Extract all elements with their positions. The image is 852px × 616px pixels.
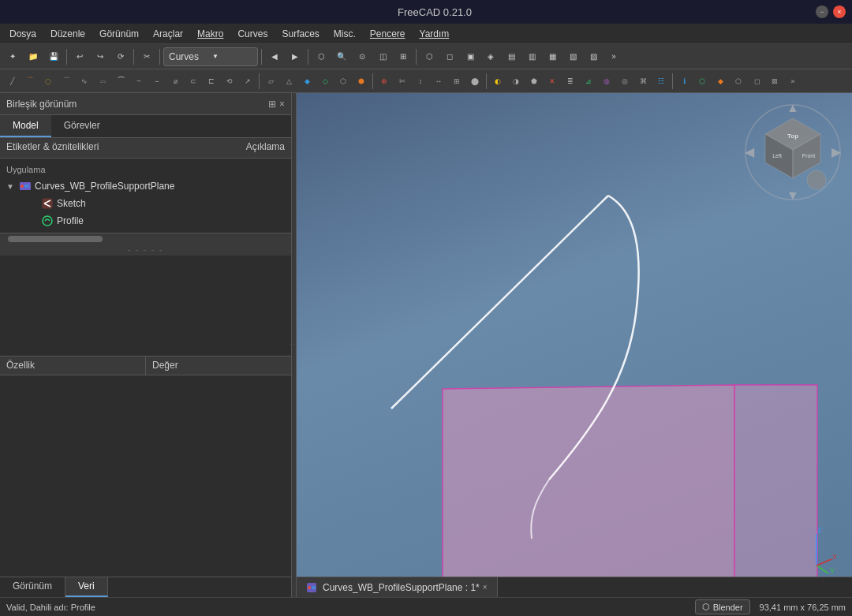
menu-pencere[interactable]: Pencere [364,27,412,41]
tree-scrollbar[interactable] [0,233,291,244]
tb2-c17[interactable]: ⬡ [730,73,747,90]
tb-3d3[interactable]: ▣ [461,47,480,66]
minimize-button[interactable]: − [816,6,828,18]
tb2-c5[interactable]: ∿ [76,73,93,90]
tree-item-sketch[interactable]: Sketch [0,195,291,212]
tb-3d8[interactable]: ▧ [563,47,582,66]
tb-view1[interactable]: ⬡ [312,47,331,66]
tb-3d1[interactable]: ⬡ [420,47,439,66]
panel-expand-icon[interactable]: ⊞ [268,99,276,110]
viewport[interactable]: ▲ ▼ ◀ ▶ Top Left Front [297,93,852,597]
tb2-c12[interactable]: ⊏ [203,73,220,90]
tb-3d4[interactable]: ◈ [481,47,500,66]
tb2-c10[interactable]: ⌀ [166,73,184,90]
tb-new-btn[interactable]: ✦ [3,47,22,66]
props-col-value: Değer [146,357,291,375]
tb2-c14[interactable]: ↗ [239,73,256,90]
tb-3d9[interactable]: ▨ [584,47,603,66]
tb2-s6[interactable]: ⬢ [353,73,370,90]
tb-redo-btn[interactable]: ↪ [91,47,110,66]
tb2-c16[interactable]: ◆ [712,73,729,90]
menu-dosya[interactable]: Dosya [3,27,43,41]
tb2-c15[interactable]: ⬡ [693,73,711,90]
tb2-b8[interactable]: ◎ [616,73,633,90]
tb-view5[interactable]: ⊞ [394,47,413,66]
viewport-tab[interactable]: Curves_WB_ProfileSupportPlane : 1* × [297,577,498,597]
tb2-a3[interactable]: ↕ [412,73,429,90]
tb-undo-btn[interactable]: ↩ [70,47,89,66]
tb-open-btn[interactable]: 📁 [24,47,43,66]
tb-view3[interactable]: ⊙ [353,47,372,66]
tb2-c1[interactable]: ╱ [3,73,21,90]
tb2-a6[interactable]: ⬤ [466,73,484,90]
tb2-c6[interactable]: ⌓ [94,73,111,90]
tb2-c8[interactable]: ⌢ [130,73,148,90]
tree-item-profile[interactable]: Profile [0,212,291,230]
tab-model[interactable]: Model [0,115,51,137]
tab-gorevler[interactable]: Görevler [51,115,113,137]
tb2-b1[interactable]: ◐ [489,73,506,90]
menu-misc[interactable]: Misc. [327,27,362,41]
tb2-c13[interactable]: ⟲ [221,73,238,90]
tb2-b10[interactable]: ☷ [652,73,670,90]
tb2-b9[interactable]: ⌘ [634,73,652,90]
tb-3d5[interactable]: ▤ [502,47,521,66]
tb2-b6[interactable]: ⊿ [580,73,597,90]
tb2-s3[interactable]: ◆ [298,73,316,90]
tb2-info[interactable]: ℹ [675,73,693,90]
tb2-b3[interactable]: ⬟ [525,73,543,90]
tb2-a5[interactable]: ⊞ [448,73,465,90]
tb-3d2[interactable]: ◻ [440,47,459,66]
tb-nav2[interactable]: ▶ [286,47,305,66]
tb2-c9[interactable]: ⌣ [148,73,166,90]
tb-cut-btn[interactable]: ✂ [137,47,156,66]
hscroll-thumb[interactable] [8,236,103,242]
tb2-s2[interactable]: △ [280,73,297,90]
menu-yardim[interactable]: Yardım [413,27,456,41]
panel-close-icon[interactable]: × [279,99,285,110]
nav-cube[interactable]: ▲ ▼ ◀ ▶ Top Left Front [742,101,844,203]
menu-duzenle[interactable]: Düzenle [44,27,92,41]
tb2-s4[interactable]: ◇ [316,73,334,90]
tb2-a4[interactable]: ↔ [430,73,447,90]
tb2-more[interactable]: » [784,73,802,90]
tb2-s1[interactable]: ▱ [262,73,279,90]
menu-makro[interactable]: Makro [191,27,230,41]
tb2-c2[interactable]: ⌒ [21,73,39,90]
blender-button[interactable]: ⬡ Blender [695,599,750,614]
tb-nav1[interactable]: ◀ [265,47,284,66]
toolbar-curves: ╱ ⌒ ◌ ⌒ ∿ ⌓ ⁀ ⌢ ⌣ ⌀ ⊂ ⊏ ⟲ ↗ ▱ △ ◆ ◇ ⬡ ⬢ … [0,69,852,93]
tb2-b7[interactable]: ◍ [598,73,615,90]
tb-3d6[interactable]: ▥ [522,47,541,66]
tb2-b4[interactable]: ✕ [544,73,561,90]
tb2-c18[interactable]: ◻ [748,73,765,90]
tb-more[interactable]: » [604,47,623,66]
tb2-c7[interactable]: ⁀ [112,73,129,90]
tb2-b5[interactable]: ≣ [562,73,579,90]
tb2-c3[interactable]: ◌ [39,73,57,90]
panel-bot-tab-veri[interactable]: Veri [65,577,108,597]
viewport-tab-close[interactable]: × [483,583,488,592]
tb2-s5[interactable]: ⬡ [334,73,352,90]
tb-save-btn[interactable]: 💾 [44,47,63,66]
tb2-a2[interactable]: ✄ [394,73,411,90]
tb-refresh-btn[interactable]: ⟳ [111,47,130,66]
tb2-c19[interactable]: ⊠ [766,73,783,90]
workbench-dropdown[interactable]: Curves ▼ [163,47,258,66]
tb2-c11[interactable]: ⊂ [185,73,202,90]
menu-araclar[interactable]: Araçlar [147,27,189,41]
resize-handle[interactable]: - - - - - [0,244,291,256]
tree-root-item[interactable]: ▼ Curves_WB_ProfileSupportPlane [0,177,291,195]
tb2-b2[interactable]: ◑ [507,73,525,90]
close-button[interactable]: × [833,6,846,18]
menu-curves[interactable]: Curves [231,27,274,41]
tb-3d7[interactable]: ▦ [543,47,562,66]
tb2-a1[interactable]: ⊕ [376,73,393,90]
panel-bot-tab-goruntum[interactable]: Görünüm [0,577,65,597]
tb2-sep2 [372,73,373,89]
tb2-c4[interactable]: ⌒ [58,73,75,90]
menu-goruntum[interactable]: Görünüm [93,27,145,41]
tb-view2[interactable]: 🔍 [332,47,351,66]
tb-view4[interactable]: ◫ [373,47,392,66]
menu-surfaces[interactable]: Surfaces [275,27,325,41]
